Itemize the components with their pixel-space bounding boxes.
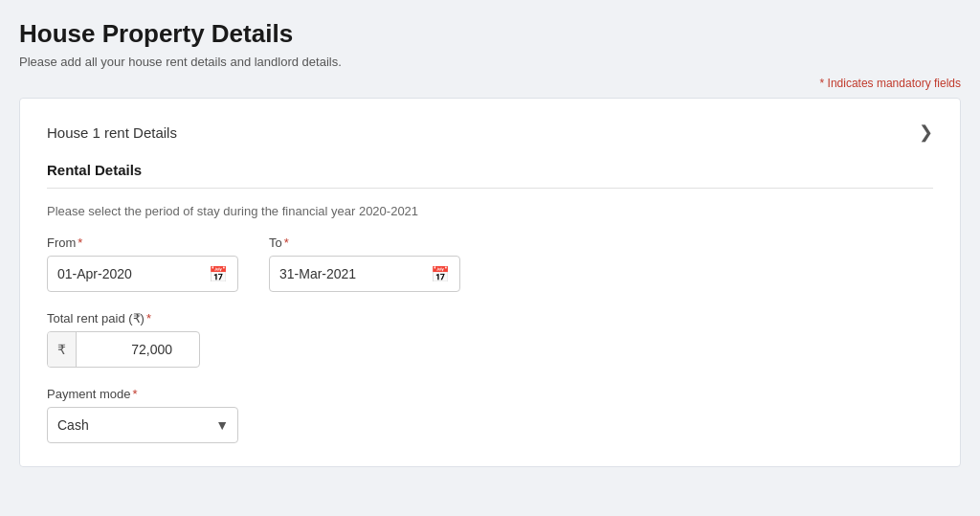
house-property-card: House 1 rent Details ❯ Rental Details Pl…	[19, 98, 961, 467]
to-label: To*	[269, 236, 460, 250]
from-date-input[interactable]	[57, 266, 191, 281]
to-required: *	[284, 236, 289, 250]
from-required: *	[78, 236, 82, 250]
to-date-input[interactable]	[279, 266, 413, 281]
to-group: To* 📅	[269, 236, 460, 292]
to-date-input-wrapper[interactable]: 📅	[269, 256, 460, 292]
payment-mode-select-wrapper: Cash Cheque Online Transfer ▼	[47, 407, 238, 443]
currency-symbol: ₹	[48, 332, 77, 367]
from-group: From* 📅	[47, 236, 238, 292]
page-header: House Property Details Please add all yo…	[19, 19, 961, 69]
rent-label: Total rent paid (₹)*	[47, 311, 933, 325]
collapse-icon[interactable]: ❯	[919, 122, 933, 143]
period-note: Please select the period of stay during …	[47, 204, 933, 218]
payment-mode-required: *	[132, 387, 137, 401]
to-calendar-icon[interactable]: 📅	[431, 265, 450, 283]
page-subtitle: Please add all your house rent details a…	[19, 55, 961, 69]
payment-mode-label: Payment mode*	[47, 387, 933, 401]
card-header: House 1 rent Details ❯	[47, 122, 933, 143]
rent-group: Total rent paid (₹)* ₹	[47, 311, 933, 368]
from-calendar-icon[interactable]: 📅	[209, 265, 228, 283]
payment-mode-group: Payment mode* Cash Cheque Online Transfe…	[47, 387, 933, 443]
page-title: House Property Details	[19, 19, 961, 49]
mandatory-note: * Indicates mandatory fields	[19, 77, 961, 90]
rent-input[interactable]	[77, 342, 182, 357]
payment-mode-select[interactable]: Cash Cheque Online Transfer	[47, 407, 238, 443]
rent-input-wrapper[interactable]: ₹	[47, 331, 200, 368]
card-title: House 1 rent Details	[47, 124, 177, 141]
date-row: From* 📅 To* 📅	[47, 236, 933, 292]
rent-required: *	[146, 311, 151, 325]
from-date-input-wrapper[interactable]: 📅	[47, 256, 238, 292]
section-title: Rental Details	[47, 162, 933, 189]
from-label: From*	[47, 236, 238, 250]
